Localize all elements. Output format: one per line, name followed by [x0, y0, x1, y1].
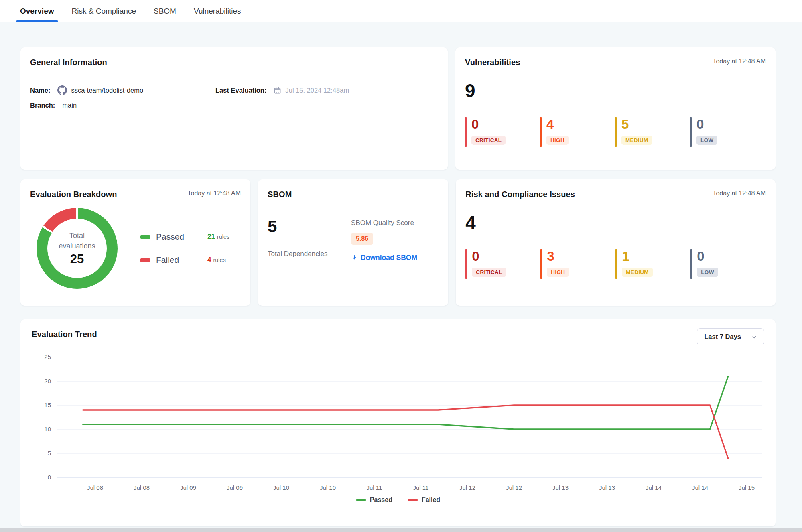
vulnerabilities-severity-row: 0 CRITICAL 4 HIGH 5 MEDIUM 0 LOW [465, 117, 766, 147]
vulnerabilities-title: Vulnerabilities [465, 58, 520, 67]
branch-value: main [62, 102, 77, 109]
tab-overview-label: Overview [20, 7, 54, 16]
severity-high: 4 HIGH [540, 117, 615, 147]
severity-critical: 0 CRITICAL [465, 249, 540, 279]
severity-count: 1 [622, 250, 653, 263]
evaluation-breakdown-title: Evaluation Breakdown [30, 190, 117, 199]
tab-sbom[interactable]: SBOM [153, 0, 177, 22]
severity-low: 0 LOW [690, 249, 765, 279]
tab-risk-compliance[interactable]: Risk & Compliance [71, 0, 137, 22]
evaluation-breakdown-timestamp: Today at 12:48 AM [188, 190, 241, 197]
download-sbom-label: Download SBOM [361, 254, 417, 262]
svg-text:Jul 09: Jul 09 [227, 484, 243, 491]
svg-text:Jul 14: Jul 14 [646, 484, 662, 491]
github-icon [57, 85, 67, 95]
severity-badge: LOW [696, 136, 717, 145]
severity-count: 3 [547, 250, 569, 263]
svg-text:Jul 10: Jul 10 [273, 484, 289, 491]
tab-sbom-label: SBOM [154, 7, 176, 16]
branch-label: Branch: [30, 102, 55, 109]
passed-swatch [140, 235, 150, 239]
trend-legend-label: Passed [370, 496, 392, 504]
time-range-value: Last 7 Days [704, 333, 741, 341]
severity-badge: MEDIUM [622, 268, 653, 277]
severity-high: 3 HIGH [540, 249, 615, 279]
legend-value: 4 [207, 256, 211, 264]
vulnerabilities-total: 9 [465, 81, 766, 100]
svg-text:Jul 08: Jul 08 [134, 484, 150, 491]
failed-line-swatch [408, 499, 418, 501]
svg-text:Jul 12: Jul 12 [459, 484, 475, 491]
severity-bar [690, 117, 692, 147]
evaluation-breakdown-card: Evaluation Breakdown Today at 12:48 AM T… [20, 179, 250, 306]
svg-text:15: 15 [44, 402, 51, 408]
severity-medium: 1 MEDIUM [615, 249, 690, 279]
trend-line-chart: 0510152025Jul 08Jul 08Jul 09Jul 09Jul 10… [32, 352, 764, 493]
svg-text:10: 10 [44, 426, 51, 433]
svg-text:Jul 15: Jul 15 [739, 484, 755, 491]
tab-overview[interactable]: Overview [19, 0, 55, 22]
donut-total-value: 25 [70, 252, 84, 266]
risk-compliance-timestamp: Today at 12:48 AM [713, 190, 766, 197]
breakdown-legend: Passed 21 rules Failed 4 rules [140, 232, 229, 265]
severity-badge: MEDIUM [621, 136, 652, 145]
severity-count: 0 [471, 118, 506, 131]
severity-low: 0 LOW [690, 117, 765, 147]
total-dependencies-label: Total Dependencies [268, 249, 341, 259]
risk-severity-row: 0 CRITICAL 3 HIGH 1 MEDIUM 0 LOW [465, 249, 766, 279]
severity-bar [615, 249, 617, 279]
repo-name-row: Name: ssca-team/todolist-demo [30, 85, 215, 95]
evaluation-trend-title: Evaluation Trend [32, 330, 97, 339]
evaluation-trend-card: Evaluation Trend Last 7 Days 0510152025J… [20, 319, 776, 526]
legend-value: 21 [207, 233, 215, 241]
trend-chart-svg: 0510152025Jul 08Jul 08Jul 09Jul 09Jul 10… [32, 352, 764, 493]
name-label: Name: [30, 87, 50, 94]
severity-bar [540, 249, 542, 279]
bottom-scrollbar-strip[interactable] [0, 528, 802, 532]
svg-text:Jul 12: Jul 12 [506, 484, 522, 491]
repo-name-value: ssca-team/todolist-demo [71, 87, 143, 94]
severity-count: 4 [546, 118, 569, 131]
svg-text:Jul 13: Jul 13 [599, 484, 615, 491]
svg-text:Jul 09: Jul 09 [180, 484, 196, 491]
last-evaluation-value: Jul 15, 2024 12:48am [285, 87, 349, 94]
severity-critical: 0 CRITICAL [465, 117, 540, 147]
risk-compliance-total: 4 [465, 213, 766, 232]
severity-count: 5 [621, 118, 652, 131]
legend-item-passed[interactable]: Passed 21 rules [140, 232, 229, 242]
risk-compliance-card: Risk and Compliance Issues Today at 12:4… [456, 179, 776, 306]
severity-bar [690, 249, 692, 279]
legend-label: Failed [156, 255, 207, 265]
sbom-quality-score-badge: 5.86 [351, 233, 373, 245]
severity-badge: LOW [697, 268, 718, 277]
svg-text:Jul 13: Jul 13 [552, 484, 569, 491]
sbom-card: SBOM 5 Total Dependencies SBOM Quality S… [258, 179, 448, 306]
legend-item-failed[interactable]: Failed 4 rules [140, 255, 229, 265]
svg-text:Jul 11: Jul 11 [413, 484, 429, 491]
chevron-down-icon [751, 334, 757, 340]
vulnerabilities-card: Vulnerabilities Today at 12:48 AM 9 0 CR… [455, 47, 776, 170]
legend-label: Passed [156, 232, 207, 242]
svg-text:Jul 08: Jul 08 [87, 484, 103, 491]
evaluation-donut-chart: Total evaluations 25 [37, 208, 118, 289]
risk-compliance-title: Risk and Compliance Issues [465, 190, 575, 199]
severity-badge: HIGH [547, 268, 569, 277]
trend-legend-passed[interactable]: Passed [356, 496, 392, 504]
sbom-quality-score-label: SBOM Quality Score [351, 219, 417, 227]
severity-badge: HIGH [546, 136, 569, 145]
severity-bar [465, 117, 467, 147]
download-icon [351, 254, 358, 261]
calendar-icon [274, 87, 281, 94]
svg-text:25: 25 [44, 353, 51, 360]
severity-count: 0 [696, 118, 717, 131]
svg-text:20: 20 [44, 378, 51, 384]
donut-center: Total evaluations 25 [37, 208, 118, 289]
svg-text:Jul 10: Jul 10 [320, 484, 336, 491]
time-range-dropdown[interactable]: Last 7 Days [697, 328, 764, 345]
tab-vulnerabilities[interactable]: Vulnerabilities [193, 0, 242, 22]
tab-risk-compliance-label: Risk & Compliance [72, 7, 136, 16]
download-sbom-link[interactable]: Download SBOM [351, 254, 417, 262]
last-evaluation-row: Last Evaluation: Jul 15, 2024 12:48am [215, 87, 438, 94]
severity-medium: 5 MEDIUM [615, 117, 690, 147]
trend-legend-failed[interactable]: Failed [408, 496, 440, 504]
